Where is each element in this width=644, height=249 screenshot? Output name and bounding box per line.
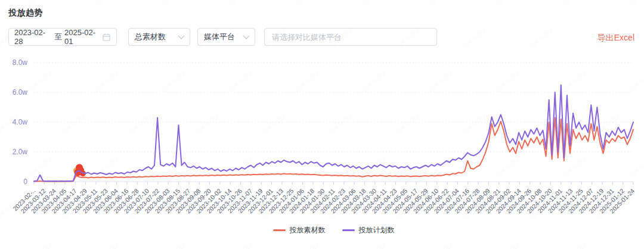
- y-axis-label: 0: [23, 178, 27, 186]
- date-separator-label: 至: [54, 32, 62, 42]
- export-excel-button[interactable]: 导出Excel: [597, 33, 634, 43]
- watermark-text: c647c0b8: [293, 239, 323, 249]
- date-start-value: 2023-02-28: [14, 28, 52, 46]
- legend-item-material-count[interactable]: 投放素材数: [273, 225, 326, 235]
- y-axis-label: 6.0w: [13, 88, 28, 97]
- watermark-text: c647c0b8: [426, 0, 456, 8]
- series-line-投放素材数: [34, 118, 633, 182]
- platform-select[interactable]: 媒体平台: [197, 28, 255, 46]
- y-axis-label: 2.0w: [13, 148, 28, 156]
- series-line-投放计划数: [34, 85, 633, 182]
- watermark-text: c647c0b8: [226, 0, 256, 8]
- watermark-text: c647c0b8: [627, 0, 644, 8]
- legend-label: 投放素材数: [290, 225, 326, 235]
- date-end-value: 2025-02-01: [64, 28, 102, 46]
- date-range-picker[interactable]: 2023-02-28 至 2025-02-01: [8, 28, 117, 46]
- watermark-text: c647c0b8: [527, 25, 556, 51]
- legend-line-icon: [342, 229, 355, 231]
- watermark-text: c647c0b8: [26, 0, 55, 8]
- y-axis-label: 4.0w: [13, 118, 28, 126]
- legend-label: 投放计划数: [359, 225, 395, 235]
- watermark-text: c647c0b8: [627, 239, 644, 249]
- chart-legend: 投放素材数 投放计划数: [34, 225, 633, 235]
- watermark-text: c647c0b8: [360, 0, 389, 8]
- legend-item-plan-count[interactable]: 投放计划数: [342, 225, 395, 235]
- watermark-text: c647c0b8: [360, 239, 389, 249]
- watermark-text: c647c0b8: [159, 239, 189, 249]
- watermark-text: c647c0b8: [293, 0, 323, 8]
- watermark-text: c647c0b8: [493, 239, 523, 249]
- watermark-text: c647c0b8: [560, 0, 590, 8]
- compare-platform-input[interactable]: [264, 28, 437, 46]
- watermark-text: c647c0b8: [226, 239, 256, 249]
- metric-select[interactable]: 总素材数: [128, 28, 190, 46]
- watermark-text: c647c0b8: [92, 0, 122, 8]
- watermark-text: c647c0b8: [493, 0, 523, 8]
- chevron-down-icon: [178, 32, 184, 39]
- y-axis-label: 8.0w: [13, 58, 28, 67]
- watermark-text: c647c0b8: [92, 239, 122, 249]
- platform-select-value: 媒体平台: [204, 32, 235, 42]
- calendar-icon: [102, 33, 111, 42]
- watermark-text: c647c0b8: [26, 239, 55, 249]
- watermark-text: c647c0b8: [560, 239, 590, 249]
- page-title: 投放趋势: [8, 8, 43, 18]
- watermark-text: c647c0b8: [159, 0, 189, 8]
- watermark-text: c647c0b8: [460, 25, 490, 51]
- chevron-down-icon: [243, 32, 249, 39]
- trend-chart-canvas[interactable]: 02.0w4.0w6.0w8.0w2023-02-..2023-03-12202…: [0, 57, 644, 223]
- legend-line-icon: [273, 229, 286, 231]
- metric-select-value: 总素材数: [135, 32, 166, 42]
- watermark-text: c647c0b8: [426, 239, 456, 249]
